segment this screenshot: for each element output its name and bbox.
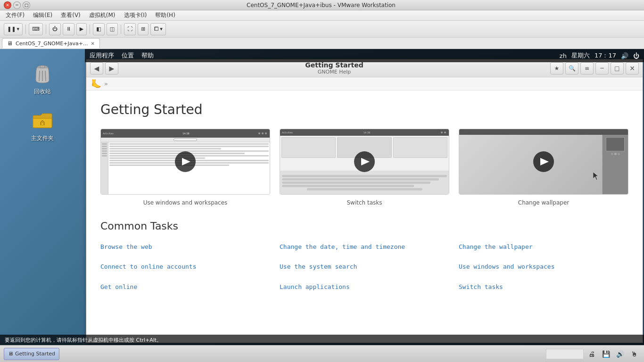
help-title-section: Getting Started GNOME Help <box>118 61 550 75</box>
vmware-toolbar: ❚❚ ▾ ⌨ ⏻ ⏸ ▶ ◧ ◫ ⛶ ⊞ ⧠▾ <box>0 21 644 38</box>
task-browse-web[interactable]: Browse the web <box>100 241 270 252</box>
play-triangle-icon-2 <box>361 158 370 165</box>
common-tasks-section: Common Tasks Browse the web Connect to o… <box>100 220 628 292</box>
menu-file[interactable]: 文件(F) <box>2 10 28 20</box>
help-heading: Getting Started <box>100 102 628 117</box>
view-icon: ⧠ <box>154 26 159 32</box>
task-date-time[interactable]: Change the date, time and timezone <box>280 241 449 252</box>
task-use-windows[interactable]: Use windows and workspaces <box>459 261 628 272</box>
taskbar-ip-display <box>546 349 584 359</box>
video-thumb-tasks[interactable]: Activities 14:38 <box>280 129 449 195</box>
search-btn[interactable]: 🔍 <box>565 62 578 74</box>
forward-btn[interactable]: ▶ <box>105 62 118 74</box>
revert-icon: ◫ <box>110 26 115 32</box>
gnome-location-menu[interactable]: 位置 <box>122 51 134 60</box>
menu-edit[interactable]: 编辑(E) <box>29 10 56 20</box>
menu-tabs[interactable]: 选项卡(I) <box>120 10 151 20</box>
vmware-titlebar: ✕ ─ □ CentOS_7_GNOME+Java+ibus - VMware … <box>0 0 644 10</box>
gnome-time-label[interactable]: 17：17 <box>594 51 616 60</box>
toolbar-resume-btn[interactable]: ▶ <box>76 23 87 35</box>
toolbar-snap-btn[interactable]: ◧ <box>93 23 104 35</box>
vmware-max-btn[interactable]: □ <box>23 1 30 9</box>
taskbar-vm-item[interactable]: 🖥 Getting Started <box>4 348 59 360</box>
pause-dropdown-icon: ▾ <box>17 26 19 32</box>
toolbar-suspend-btn[interactable]: ⏸ <box>63 23 74 35</box>
tasks-col-2: Change the date, time and timezone Use t… <box>280 241 449 292</box>
task-system-search[interactable]: Use the system search <box>280 261 449 272</box>
toolbar-fullscreen-btn[interactable]: ⛶ <box>124 23 136 35</box>
help-content[interactable]: Getting Started Activities 14:38 <box>86 90 643 343</box>
taskbar-icon-2[interactable]: 💾 <box>600 348 612 360</box>
back-btn[interactable]: ◀ <box>90 62 103 74</box>
video-thumb-windows[interactable]: Activities 14:38 <box>100 129 270 195</box>
vmware-min-btn[interactable]: ─ <box>13 1 21 9</box>
video-card-wallpaper[interactable]: Change wallpaper <box>459 129 628 206</box>
view-dropdown-icon: ▾ <box>160 26 163 32</box>
help-minimize-btn[interactable]: ─ <box>595 62 609 74</box>
taskbar-icon-3[interactable]: 🔊 <box>614 348 626 360</box>
video-card-tasks[interactable]: Activities 14:38 <box>280 129 449 206</box>
taskbar-vm-icon: 🖥 <box>8 351 13 357</box>
toolbar-sep-1 <box>25 25 26 34</box>
menu-view[interactable]: 查看(V) <box>57 10 84 20</box>
tab-close-btn[interactable]: ✕ <box>91 41 94 46</box>
toolbar-pause-btn[interactable]: ❚❚ ▾ <box>4 23 23 35</box>
video-label-windows: Use windows and workspaces <box>143 199 228 206</box>
taskbar-vm-label: Getting Started <box>15 351 55 357</box>
gnome-help-menu[interactable]: 帮助 <box>141 51 154 60</box>
play-btn-wallpaper[interactable] <box>533 151 554 172</box>
toolbar-power-btn[interactable]: ⏻ <box>49 23 61 35</box>
taskbar-icon-4[interactable]: 🖱 <box>628 348 640 360</box>
video-card-windows[interactable]: Activities 14:38 <box>100 129 270 206</box>
vmware-title: CentOS_7_GNOME+Java+ibus - VMware Workst… <box>30 2 612 8</box>
svg-line-3 <box>45 71 46 81</box>
ctrlaltdel-icon: ⌨ <box>32 26 40 32</box>
vmware-tabbar: 🖥 CentOS_7_GNOME+Java+... ✕ <box>0 38 644 49</box>
desktop-area: 回收站 主文件夹 <box>0 49 85 345</box>
play-btn-tasks[interactable] <box>354 151 375 172</box>
gnome-sound-icon[interactable]: 🔊 <box>621 52 628 59</box>
gnome-lang-indicator[interactable]: zh <box>560 52 567 59</box>
power-icon: ⏻ <box>52 26 58 32</box>
taskbar-icon-1[interactable]: 🖨 <box>586 348 598 360</box>
toolbar-sep-2 <box>46 25 46 34</box>
toolbar-sep-4 <box>121 25 121 34</box>
toolbar-revert-btn[interactable]: ◫ <box>107 23 118 35</box>
help-maximize-btn[interactable]: □ <box>611 62 624 74</box>
tasks-col-3: Change the wallpaper Use windows and wor… <box>459 241 628 292</box>
menu-vm[interactable]: 虚拟机(M) <box>85 10 119 20</box>
pause-icon: ❚❚ <box>7 26 16 32</box>
svg-rect-5 <box>41 123 43 125</box>
toolbar-send-ctrlaltdel[interactable]: ⌨ <box>29 23 43 35</box>
toolbar-view-btn[interactable]: ⧠▾ <box>150 23 166 35</box>
taskbar-right-area: 🖨 💾 🔊 🖱 <box>546 348 640 360</box>
gnome-power-icon[interactable]: ⏻ <box>633 52 639 59</box>
menu-help[interactable]: 帮助(H) <box>151 10 179 20</box>
play-btn-windows[interactable] <box>175 151 196 172</box>
desktop-icon-home[interactable]: 主文件夹 <box>31 110 54 142</box>
play-triangle-icon <box>182 158 190 165</box>
trash-icon <box>31 63 54 86</box>
status-bar: 要返回到您的计算机，请待鼠标指针从虚拟机中移出或按 Ctrl+Alt。 <box>0 335 644 345</box>
status-text: 要返回到您的计算机，请待鼠标指针从虚拟机中移出或按 Ctrl+Alt。 <box>5 337 162 344</box>
suspend-icon: ⏸ <box>66 26 71 32</box>
video-thumb-wallpaper[interactable] <box>459 129 628 195</box>
task-online-accounts[interactable]: Connect to online accounts <box>100 261 270 272</box>
task-get-online[interactable]: Get online <box>100 281 270 292</box>
help-window-subtitle: GNOME Help <box>118 69 550 75</box>
help-breadcrumb: 🦶 » <box>86 77 643 90</box>
vmware-close-btn[interactable]: ✕ <box>4 1 11 9</box>
bookmark-btn[interactable]: ★ <box>550 62 563 74</box>
task-change-wallpaper[interactable]: Change the wallpaper <box>459 241 628 252</box>
task-launch-apps[interactable]: Launch applications <box>280 281 449 292</box>
desktop-icon-trash[interactable]: 回收站 <box>31 63 54 96</box>
video-grid: Activities 14:38 <box>100 129 628 206</box>
toolbar-unity-btn[interactable]: ⊞ <box>138 23 149 35</box>
menu-btn[interactable]: ≡ <box>580 62 594 74</box>
tasks-col-1: Browse the web Connect to online account… <box>100 241 270 292</box>
gnome-day-label: 星期六 <box>571 51 590 60</box>
help-close-btn[interactable]: ✕ <box>626 62 639 74</box>
vm-tab[interactable]: 🖥 CentOS_7_GNOME+Java+... ✕ <box>2 38 100 49</box>
gnome-apps-menu[interactable]: 应用程序 <box>90 51 114 60</box>
task-switch-tasks[interactable]: Switch tasks <box>459 281 628 292</box>
